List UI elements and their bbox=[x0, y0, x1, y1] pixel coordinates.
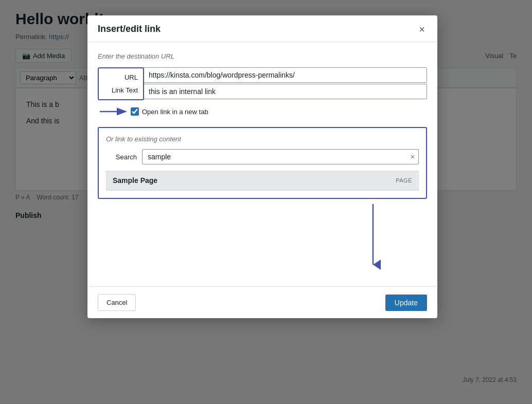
url-label: URL bbox=[125, 71, 138, 83]
modal-footer: Cancel Update bbox=[87, 286, 437, 318]
existing-content-section: Or link to existing content Search × Sam… bbox=[98, 127, 427, 199]
link-text-label: Link Text bbox=[112, 84, 138, 96]
search-clear-button[interactable]: × bbox=[411, 153, 415, 161]
result-title: Sample Page bbox=[113, 176, 157, 185]
new-tab-label: Open link in a new tab bbox=[142, 108, 208, 116]
existing-content-label: Or link to existing content bbox=[106, 135, 419, 143]
new-tab-checkbox[interactable] bbox=[131, 107, 139, 116]
down-arrow-annotation bbox=[360, 204, 386, 271]
modal-close-button[interactable]: × bbox=[417, 24, 427, 34]
right-arrow-annotation bbox=[98, 104, 129, 119]
url-input[interactable] bbox=[144, 67, 427, 83]
search-result-row[interactable]: Sample Page PAGE bbox=[107, 171, 418, 190]
search-input-wrap: × bbox=[142, 149, 419, 164]
link-text-input[interactable] bbox=[144, 84, 427, 99]
update-button[interactable]: Update bbox=[385, 295, 427, 311]
modal-header: Insert/edit link × bbox=[87, 15, 437, 42]
destination-url-label: Enter the destination URL bbox=[98, 52, 427, 60]
search-results: Sample Page PAGE bbox=[106, 171, 419, 191]
insert-edit-link-modal: Insert/edit link × Enter the destination… bbox=[87, 15, 437, 318]
search-label: Search bbox=[106, 153, 142, 161]
modal-body: Enter the destination URL URL Link Text bbox=[87, 42, 437, 286]
down-arrow-container bbox=[98, 204, 427, 276]
modal-title: Insert/edit link bbox=[98, 24, 161, 34]
cancel-button[interactable]: Cancel bbox=[98, 294, 136, 311]
search-input[interactable] bbox=[142, 149, 419, 164]
result-type: PAGE bbox=[396, 177, 412, 183]
search-row: Search × bbox=[106, 149, 419, 164]
